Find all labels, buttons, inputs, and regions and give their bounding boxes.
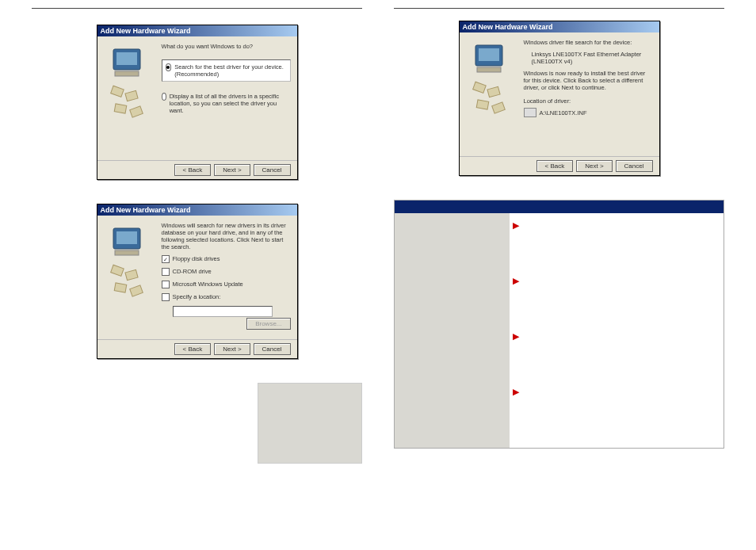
- checkbox-specify-location[interactable]: [162, 293, 170, 301]
- back-button[interactable]: < Back: [174, 164, 212, 176]
- wizard-title: Add New Hardware Wizard: [460, 21, 659, 32]
- option-search-best-label: Search for the best driver for your devi…: [174, 63, 286, 78]
- svg-rect-1: [116, 52, 137, 65]
- radio-display-list[interactable]: [162, 93, 166, 101]
- chart-title-bar: [395, 201, 724, 213]
- troubleshooting-chart: ▶ ▶ ▶ ▶: [394, 200, 724, 449]
- back-button[interactable]: < Back: [174, 343, 212, 355]
- svg-rect-8: [116, 231, 137, 244]
- bullet-arrow-icon: ▶: [513, 277, 519, 285]
- checkbox-windows-update[interactable]: [162, 281, 170, 288]
- location-input[interactable]: [173, 306, 273, 317]
- wizard-graphic: [104, 43, 155, 154]
- chart-item: ▶: [513, 332, 720, 364]
- bullet-arrow-icon: ▶: [513, 221, 519, 230]
- svg-rect-6: [130, 106, 143, 117]
- back-button[interactable]: < Back: [536, 160, 574, 172]
- chart-item: ▶: [513, 388, 720, 419]
- chart-item: ▶: [513, 221, 720, 253]
- floppy-icon: [524, 108, 536, 117]
- label-specify-location: Specify a location:: [173, 293, 221, 300]
- wizard-graphic: [104, 222, 155, 333]
- chart-left-column: [395, 213, 510, 448]
- browse-button[interactable]: Browse...: [246, 318, 290, 330]
- svg-rect-10: [111, 265, 124, 276]
- svg-rect-5: [114, 104, 127, 113]
- wizard-title: Add New Hardware Wizard: [97, 204, 297, 216]
- label-windows-update: Microsoft Windows Update: [173, 281, 243, 288]
- svg-rect-16: [477, 67, 501, 72]
- svg-rect-13: [130, 285, 143, 296]
- svg-rect-3: [111, 86, 124, 97]
- svg-rect-19: [476, 100, 489, 109]
- note-placeholder-box: [258, 383, 362, 464]
- ready-text: Windows is now ready to install the best…: [524, 70, 653, 91]
- svg-rect-2: [115, 71, 139, 76]
- radio-search-best[interactable]: [166, 63, 172, 71]
- next-button[interactable]: Next >: [576, 160, 612, 172]
- chart-item: ▶: [513, 277, 720, 308]
- cancel-button[interactable]: Cancel: [616, 160, 653, 172]
- next-button[interactable]: Next >: [214, 343, 250, 355]
- wizard-step3: Add New Hardware Wizard: [459, 21, 660, 176]
- cancel-button[interactable]: Cancel: [254, 164, 291, 176]
- next-button[interactable]: Next >: [214, 164, 250, 176]
- device-name: Linksys LNE100TX Fast Ethernet Adapter (…: [532, 51, 653, 65]
- label-floppy: Floppy disk drives: [173, 255, 220, 262]
- svg-rect-15: [479, 48, 499, 61]
- location-label: Location of driver:: [524, 97, 653, 105]
- svg-rect-18: [487, 86, 500, 97]
- bullet-arrow-icon: ▶: [513, 388, 519, 396]
- svg-rect-20: [492, 102, 506, 113]
- wizard-intro: Windows will search for new drivers in i…: [162, 222, 291, 250]
- driver-path: A:\LNE100TX.INF: [540, 109, 587, 116]
- wizard-prompt: What do you want Windows to do?: [162, 43, 291, 50]
- svg-rect-12: [114, 283, 127, 292]
- bullet-arrow-icon: ▶: [513, 332, 519, 341]
- checkbox-cdrom[interactable]: [162, 268, 170, 276]
- search-heading: Windows driver file search for the devic…: [524, 39, 653, 46]
- option-display-list-label: Display a list of all the drivers in a s…: [170, 93, 291, 114]
- label-cdrom: CD-ROM drive: [173, 268, 212, 275]
- wizard-graphic: [466, 39, 517, 150]
- wizard-step2: Add New Hardware Wizard: [97, 204, 298, 359]
- wizard-step1: Add New Hardware Wizard: [97, 25, 298, 180]
- checkbox-floppy[interactable]: ✓: [162, 255, 170, 263]
- svg-rect-9: [115, 250, 139, 255]
- svg-rect-4: [125, 90, 138, 101]
- wizard-title: Add New Hardware Wizard: [97, 25, 297, 36]
- svg-rect-17: [473, 82, 487, 93]
- cancel-button[interactable]: Cancel: [254, 343, 291, 355]
- svg-rect-11: [125, 269, 138, 280]
